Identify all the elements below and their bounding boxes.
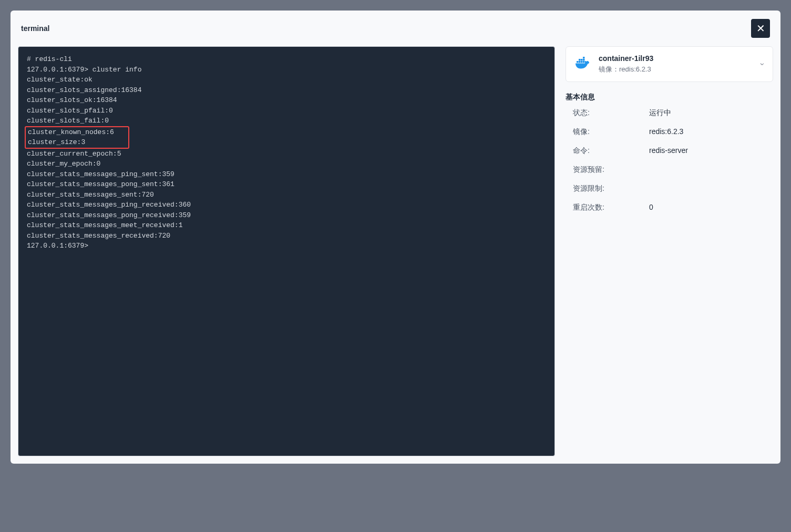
terminal-line: cluster_state:ok	[27, 75, 546, 85]
modal-title: terminal	[21, 24, 49, 33]
info-row-status: 状态: 运行中	[573, 108, 773, 118]
terminal-line: cluster_stats_messages_sent:720	[27, 190, 546, 200]
terminal-line: cluster_slots_fail:0	[27, 116, 546, 126]
svg-rect-0	[577, 61, 579, 63]
info-row-command: 命令: redis-server	[573, 146, 773, 156]
svg-rect-2	[581, 61, 583, 63]
container-image-label: 镜像：redis:6.2.3	[599, 65, 754, 74]
terminal-prompt: 127.0.0.1:6379>	[27, 241, 546, 251]
info-row-limit: 资源限制:	[573, 184, 773, 193]
info-label: 镜像:	[573, 127, 649, 137]
terminal-line: cluster_current_epoch:5	[27, 149, 546, 159]
docker-icon	[574, 57, 591, 71]
svg-rect-1	[579, 61, 581, 63]
svg-rect-5	[581, 59, 583, 61]
info-value: 0	[649, 203, 653, 212]
info-label: 资源预留:	[573, 165, 649, 175]
terminal-output[interactable]: # redis-cli 127.0.0.1:6379> cluster info…	[18, 46, 555, 456]
basic-info-title: 基本信息	[566, 93, 773, 102]
terminal-line-highlighted: cluster_known_nodes:6	[28, 127, 126, 138]
info-label: 重启次数:	[573, 203, 649, 212]
terminal-line: # redis-cli	[27, 54, 546, 65]
terminal-line: cluster_stats_messages_pong_received:359	[27, 210, 546, 221]
terminal-line: cluster_stats_messages_ping_received:360	[27, 200, 546, 210]
terminal-line: cluster_slots_pfail:0	[27, 106, 546, 116]
svg-rect-3	[583, 61, 585, 63]
info-row-restart: 重启次数: 0	[573, 203, 773, 212]
container-info: container-1ilr93 镜像：redis:6.2.3	[599, 54, 754, 74]
terminal-line-highlighted: cluster_size:3	[28, 137, 126, 148]
terminal-line: cluster_stats_messages_ping_sent:359	[27, 169, 546, 180]
terminal-line: cluster_stats_messages_received:720	[27, 231, 546, 241]
modal-header: terminal ✕	[11, 11, 780, 46]
info-row-image: 镜像: redis:6.2.3	[573, 127, 773, 137]
svg-rect-7	[583, 57, 585, 59]
info-label: 命令:	[573, 146, 649, 156]
container-name: container-1ilr93	[599, 54, 754, 63]
terminal-line: cluster_my_epoch:0	[27, 159, 546, 169]
terminal-modal: terminal ✕ # redis-cli 127.0.0.1:6379> c…	[11, 11, 780, 464]
close-button[interactable]: ✕	[751, 19, 770, 38]
modal-body: # redis-cli 127.0.0.1:6379> cluster info…	[11, 46, 780, 464]
terminal-line: cluster_stats_messages_meet_received:1	[27, 220, 546, 231]
terminal-line: 127.0.0.1:6379> cluster info	[27, 65, 546, 75]
terminal-line: cluster_slots_ok:16384	[27, 95, 546, 106]
info-row-reserve: 资源预留:	[573, 165, 773, 175]
close-icon: ✕	[756, 22, 765, 35]
info-value: redis:6.2.3	[649, 127, 683, 137]
info-label: 状态:	[573, 108, 649, 118]
info-label: 资源限制:	[573, 184, 649, 193]
container-card[interactable]: container-1ilr93 镜像：redis:6.2.3 ›	[566, 46, 773, 82]
info-value: 运行中	[649, 108, 671, 118]
terminal-line: cluster_slots_assigned:16384	[27, 85, 546, 96]
info-value: redis-server	[649, 146, 688, 156]
chevron-down-icon: ›	[759, 63, 767, 66]
sidebar: container-1ilr93 镜像：redis:6.2.3 › 基本信息 状…	[566, 46, 773, 456]
terminal-line: cluster_stats_messages_pong_sent:361	[27, 179, 546, 190]
svg-rect-6	[583, 59, 585, 61]
svg-rect-4	[579, 59, 581, 61]
basic-info-list: 状态: 运行中 镜像: redis:6.2.3 命令: redis-server…	[566, 108, 773, 212]
highlight-annotation: cluster_known_nodes:6 cluster_size:3	[25, 126, 129, 149]
